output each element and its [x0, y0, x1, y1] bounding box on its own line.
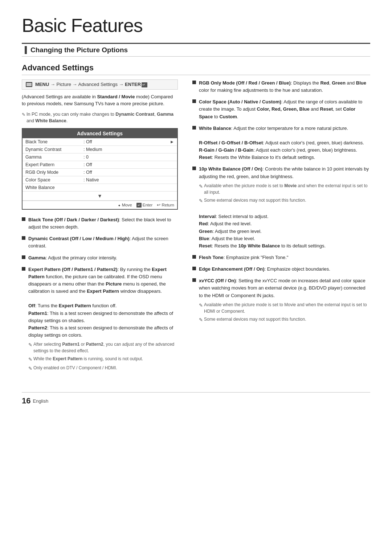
red-label: Red: Adjust the red level. — [199, 221, 252, 226]
sub-note-icon: ✎ — [28, 365, 32, 372]
menu-path-text: MENU → Picture → Advanced Settings → ENT… — [35, 82, 147, 87]
table-row: Dynamic Contrast : Medium — [23, 146, 177, 153]
table-cell-name: Dynamic Contrast — [25, 147, 83, 152]
table-cell-val: : Off — [83, 170, 168, 175]
sub-note-icon: ✎ — [199, 183, 203, 190]
right-bullet-list: RGB Only Mode (Off / Red / Green / Blue)… — [192, 79, 370, 325]
blue-label: Blue: Adjust the blue level. — [199, 236, 255, 241]
bullet-square-icon — [192, 167, 196, 170]
bullet-item-xvycc: xvYCC (Off / On): Setting the xvYCC mode… — [192, 277, 370, 325]
sub-note-icon: ✎ — [199, 302, 203, 309]
nav-move: ⬥ Move — [118, 203, 132, 207]
two-column-layout: MENU → Picture → Advanced Settings → ENT… — [22, 79, 370, 378]
intro-note-text: In PC mode, you can only make changes to… — [26, 111, 178, 125]
table-row: Black Tone : Off ► — [23, 138, 177, 146]
section-bar — [25, 46, 27, 54]
sub-note-text: Some external devices may not support th… — [204, 197, 306, 204]
intro-note: ✎ In PC mode, you can only make changes … — [22, 111, 178, 125]
bullet-content: Dynamic Contrast (Off / Low / Medium / H… — [28, 235, 178, 250]
bullet-square-icon — [192, 126, 196, 130]
table-cell-val: : Medium — [83, 147, 168, 152]
bullet-item-gamma: Gamma: Adjust the primary color intensit… — [22, 254, 178, 262]
enter-label: ENTER — [125, 82, 141, 87]
table-cell-val: : 0 — [83, 155, 168, 160]
bullet-item-white-balance: White Balance: Adjust the color temperat… — [192, 125, 370, 161]
sub-note: ✎ After selecting Pattern1 or Pattern2, … — [28, 341, 178, 354]
sub-note: ✎ Available when the picture mode is set… — [199, 182, 370, 196]
page-number: 16 — [22, 396, 30, 406]
nav-enter: ↵ Enter — [136, 203, 153, 208]
sub-note-icon: ✎ — [199, 197, 203, 205]
page-title: Basic Features — [22, 15, 370, 36]
sub-note-text: Only enabled on DTV / Component / HDMI. — [33, 365, 117, 371]
off-label: Off: Turns the Expert Pattern function o… — [28, 303, 117, 308]
sub-note-text: After selecting Pattern1 or Pattern2, yo… — [33, 341, 178, 354]
table-row: RGB Only Mode : Off — [23, 169, 177, 176]
bullet-square-icon — [22, 236, 25, 240]
bullet-content: Gamma: Adjust the primary color intensit… — [28, 254, 178, 262]
table-cell-val: : Off — [83, 162, 168, 167]
sub-note-text: While the Expert Pattern is running, sou… — [33, 356, 143, 362]
sub-note: ✎ While the Expert Pattern is running, s… — [28, 356, 178, 363]
table-cell-name: Expert Pattern — [25, 162, 83, 167]
bullet-content: Expert Pattern (Off / Pattern1 / Pattern… — [28, 266, 178, 373]
bullet-item-color-space: Color Space (Auto / Native / Custom): Ad… — [192, 98, 370, 120]
note-pencil-icon: ✎ — [22, 111, 25, 118]
bullet-content: RGB Only Mode (Off / Red / Green / Blue)… — [199, 79, 370, 94]
bullet-square-icon — [192, 267, 196, 270]
sub-note-text: Some external devices may not support th… — [204, 316, 306, 323]
bullet-content: Color Space (Auto / Native / Custom): Ad… — [199, 98, 370, 120]
table-cell-val: : Off — [83, 139, 168, 144]
enter-icon — [142, 82, 147, 87]
bullet-content: White Balance: Adjust the color temperat… — [199, 125, 370, 161]
left-column: MENU → Picture → Advanced Settings → ENT… — [22, 79, 178, 378]
bullet-square-icon — [22, 217, 25, 221]
bullet-item-rgb-only: RGB Only Mode (Off / Red / Green / Blue)… — [192, 79, 370, 94]
r-gain-label: R-Gain / G-Gain / B-Gain: Adjust each co… — [199, 147, 357, 153]
table-cell-arrow: ► — [168, 139, 174, 144]
sub-note-text: Available when the picture mode is set t… — [204, 182, 370, 196]
bullet-content: 10p White Balance (Off / On): Controls t… — [199, 165, 370, 250]
table-cell-name: Black Tone — [25, 139, 83, 144]
interval-label: Interval: Select interval to adjust. — [199, 214, 269, 219]
reset-label: Reset: Resets the White Balance to it's … — [199, 155, 315, 160]
bullet-item-flesh-tone: Flesh Tone: Emphasize pink "Flesh Tone." — [192, 254, 370, 261]
menu-path: MENU → Picture → Advanced Settings → ENT… — [22, 79, 178, 90]
bullet-item-10p-white-balance: 10p White Balance (Off / On): Controls t… — [192, 165, 370, 250]
table-header: Advanced Settings — [23, 129, 177, 138]
bullet-content: Flesh Tone: Emphasize pink "Flesh Tone." — [199, 254, 370, 261]
page-language: English — [33, 398, 48, 404]
right-column: RGB Only Mode (Off / Red / Green / Blue)… — [192, 79, 370, 378]
bullet-square-icon — [192, 99, 196, 103]
sub-note-icon: ✎ — [28, 341, 32, 349]
table-row: Color Space : Native — [23, 176, 177, 184]
section-title: Changing the Picture Options — [30, 46, 128, 54]
advanced-settings-table: Advanced Settings Black Tone : Off ► Dyn… — [22, 128, 178, 210]
table-cell-name: Color Space — [25, 177, 83, 182]
table-row: White Balance — [23, 184, 177, 192]
left-bullet-list: Black Tone (Off / Dark / Darker / Darkes… — [22, 216, 178, 373]
bullet-square-icon — [22, 267, 25, 271]
r-offset-label: R-Offset / G-Offset / B-Offset: Adjust e… — [199, 140, 364, 145]
table-cell-name: White Balance — [25, 185, 83, 190]
table-cell-name: Gamma — [25, 155, 83, 160]
section-header: Changing the Picture Options — [22, 43, 370, 57]
subsection-title: Advanced Settings — [22, 63, 370, 75]
bullet-content: Edge Enhancement (Off / On): Emphasize o… — [199, 266, 370, 273]
sub-note: ✎ Available when the picture mode is set… — [199, 301, 370, 315]
enter-nav-icon: ↵ — [136, 203, 142, 208]
down-arrow-icon: ▼ — [97, 192, 102, 200]
bullet-item-edge-enhancement: Edge Enhancement (Off / On): Emphasize o… — [192, 266, 370, 273]
green-label: Green: Adjust the green level. — [199, 229, 262, 234]
bullet-content: xvYCC (Off / On): Setting the xvYCC mode… — [199, 277, 370, 325]
table-row: Gamma : 0 — [23, 153, 177, 161]
bullet-item-dynamic-contrast: Dynamic Contrast (Off / Low / Medium / H… — [22, 235, 178, 250]
bullet-square-icon — [192, 81, 196, 84]
bullet-content: Black Tone (Off / Dark / Darker / Darkes… — [28, 216, 178, 231]
table-nav-bar: ⬥ Move ↵ Enter ↩ Return — [23, 201, 177, 209]
menu-icon — [26, 82, 32, 87]
bullet-item-expert-pattern: Expert Pattern (Off / Pattern1 / Pattern… — [22, 266, 178, 373]
page-footer: 16 English — [22, 392, 370, 406]
pattern2-label: Pattern2: This is a test screen designed… — [28, 325, 173, 338]
intro-text: (Advanced Settings are available in Stan… — [22, 93, 178, 107]
